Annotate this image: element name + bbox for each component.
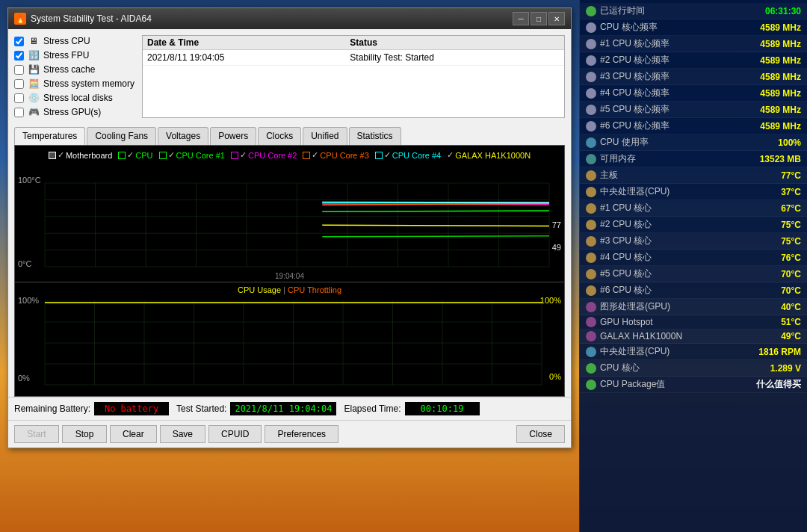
temp-val-49: 49 xyxy=(552,243,561,252)
test-started-label: Test Started: xyxy=(176,403,226,414)
cpu-y-high: 100% xyxy=(18,296,39,305)
right-panel: 已运行时间06:31:30 CPU 核心频率4589 MHz #1 CPU 核心… xyxy=(579,0,807,532)
panel-row: #1 CPU 核心频率4589 MHz xyxy=(580,36,807,52)
panel-row-label: #4 CPU 核心 xyxy=(586,251,734,264)
label-stress-cpu: Stress CPU xyxy=(43,36,90,46)
stop-button[interactable]: Stop xyxy=(62,425,107,443)
clear-button[interactable]: Clear xyxy=(110,425,157,443)
close-window-button[interactable]: ✕ xyxy=(548,12,565,25)
tabs-bar: TemperaturesCooling FansVoltagesPowersCl… xyxy=(8,124,571,145)
panel-row-value: 49°C xyxy=(734,331,801,341)
tab-cooling-fans[interactable]: Cooling Fans xyxy=(87,127,156,145)
panel-row-label: CPU 核心 xyxy=(586,362,734,374)
checkbox-stress-memory[interactable] xyxy=(14,79,24,89)
checkbox-stress-gpu[interactable] xyxy=(14,108,24,117)
panel-row: #2 CPU 核心频率4589 MHz xyxy=(580,52,807,69)
checkbox-stress-cache[interactable] xyxy=(14,65,24,75)
main-window: 🔥 System Stability Test - AIDA64 ─ □ ✕ 🖥… xyxy=(7,7,572,448)
checkbox-stress-disks[interactable] xyxy=(14,93,24,103)
panel-row-icon xyxy=(586,317,596,327)
panel-row-value: 70°C xyxy=(734,269,801,279)
panel-row-icon xyxy=(586,187,596,197)
buttons-bar: StartStopClearSaveCPUIDPreferencesClose xyxy=(8,420,571,448)
title-controls: ─ □ ✕ xyxy=(513,12,565,25)
title-bar-left: 🔥 System Stability Test - AIDA64 xyxy=(14,13,152,25)
test-started-item: Test Started: 2021/8/11 19:04:04 xyxy=(176,402,336,415)
panel-row: #4 CPU 核心频率4589 MHz xyxy=(580,85,807,102)
tab-powers[interactable]: Powers xyxy=(210,127,256,145)
cpuid-button[interactable]: CPUID xyxy=(208,425,262,443)
status-bar: Remaining Battery: No battery Test Start… xyxy=(8,397,571,420)
tab-temperatures[interactable]: Temperatures xyxy=(14,127,85,145)
panel-row-label: 主板 xyxy=(586,169,734,182)
title-bar: 🔥 System Stability Test - AIDA64 ─ □ ✕ xyxy=(8,8,571,29)
panel-row-icon xyxy=(586,347,596,357)
panel-row: CPU 核心频率4589 MHz xyxy=(580,19,807,36)
preferences-button[interactable]: Preferences xyxy=(265,425,338,443)
panel-row: 图形处理器(GPU)40°C xyxy=(580,299,807,315)
status-datetime: 2021/8/11 19:04:05 xyxy=(143,50,345,66)
elapsed-value: 00:10:19 xyxy=(405,402,480,415)
panel-row-label: CPU 核心频率 xyxy=(586,21,734,34)
panel-row: CPU Package值什么值得买 xyxy=(580,377,807,393)
icon-stress-fpu: 🔢 xyxy=(28,49,40,61)
tab-unified[interactable]: Unified xyxy=(303,127,347,145)
checkbox-stress-fpu[interactable] xyxy=(14,51,24,61)
panel-row: #5 CPU 核心频率4589 MHz xyxy=(580,102,807,118)
legend-item: ✓ CPU Core #2 xyxy=(231,150,297,160)
panel-row-icon xyxy=(586,380,596,390)
icon-stress-disks: 💿 xyxy=(28,92,40,104)
minimize-button[interactable]: ─ xyxy=(513,12,529,25)
checkbox-stress-cpu[interactable] xyxy=(14,37,24,46)
charts-area: ✓ Motherboard✓ CPU✓ CPU Core #1✓ CPU Cor… xyxy=(14,145,565,397)
panel-row-icon xyxy=(586,236,596,247)
tab-statistics[interactable]: Statistics xyxy=(349,127,401,145)
panel-row-icon xyxy=(586,6,596,16)
panel-row-value: 100% xyxy=(734,137,801,148)
panel-row: CPU 核心1.289 V xyxy=(580,360,807,377)
panel-row-icon xyxy=(586,269,596,279)
save-button[interactable]: Save xyxy=(160,425,205,443)
stress-item-stress-cpu: 🖥Stress CPU xyxy=(14,35,134,47)
battery-label: Remaining Battery: xyxy=(14,403,90,414)
panel-row-label: 中央处理器(CPU) xyxy=(586,185,734,198)
panel-row: 中央处理器(CPU)1816 RPM xyxy=(580,344,807,360)
panel-row-label: #2 CPU 核心频率 xyxy=(586,54,734,66)
temp-legend: ✓ Motherboard✓ CPU✓ CPU Core #1✓ CPU Cor… xyxy=(15,149,564,161)
close-button[interactable]: Close xyxy=(516,425,565,443)
temp-x-label: 19:04:04 xyxy=(15,272,564,280)
panel-row-icon xyxy=(586,55,596,66)
status-text: Stability Test: Started xyxy=(345,50,564,66)
temp-val-77: 77 xyxy=(552,220,561,229)
panel-row: #6 CPU 核心70°C xyxy=(580,282,807,299)
panel-row: #5 CPU 核心70°C xyxy=(580,266,807,282)
start-button[interactable]: Start xyxy=(14,425,59,443)
legend-item: ✓ CPU xyxy=(118,150,152,160)
status-table-container: Date & Time Status 2021/8/11 19:04:05Sta… xyxy=(142,35,565,118)
panel-row-label: GALAX HA1K1000N xyxy=(586,331,734,341)
icon-stress-cpu: 🖥 xyxy=(28,35,40,47)
panel-row-icon xyxy=(586,121,596,132)
panel-row-icon xyxy=(586,154,596,164)
cpu-legend: CPU Usage | CPU Throttling xyxy=(15,285,564,294)
panel-row-label: #5 CPU 核心频率 xyxy=(586,103,734,116)
stress-item-stress-fpu: 🔢Stress FPU xyxy=(14,49,134,61)
legend-item: ✓ CPU Core #4 xyxy=(375,150,441,160)
temperature-chart: ✓ Motherboard✓ CPU✓ CPU Core #1✓ CPU Cor… xyxy=(15,146,564,282)
panel-row-value: 4589 MHz xyxy=(734,105,801,115)
cpu-canvas xyxy=(15,282,564,396)
battery-value: No battery xyxy=(94,402,169,415)
label-stress-disks: Stress local disks xyxy=(43,93,113,103)
tab-clocks[interactable]: Clocks xyxy=(258,127,301,145)
panel-row: GPU Hotspot51°C xyxy=(580,315,807,330)
panel-row-value: 4589 MHz xyxy=(734,55,801,66)
panel-row-value: 06:31:30 xyxy=(734,6,801,16)
tab-voltages[interactable]: Voltages xyxy=(158,127,208,145)
maximize-button[interactable]: □ xyxy=(531,12,547,25)
label-stress-gpu: Stress GPU(s) xyxy=(43,107,101,117)
panel-row: #6 CPU 核心频率4589 MHz xyxy=(580,118,807,134)
panel-row: #3 CPU 核心75°C xyxy=(580,233,807,250)
app-icon: 🔥 xyxy=(14,13,26,25)
panel-row-icon xyxy=(586,285,596,296)
panel-row-label: #5 CPU 核心 xyxy=(586,267,734,280)
